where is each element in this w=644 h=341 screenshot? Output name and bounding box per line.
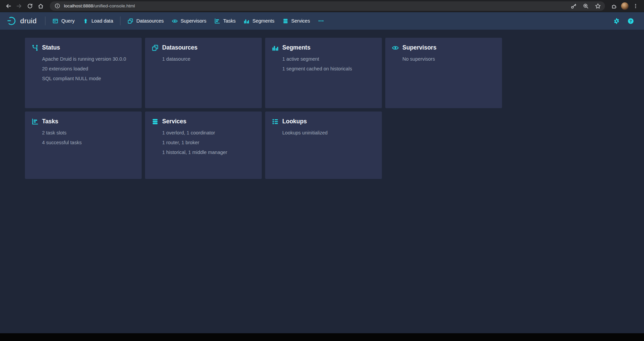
nav-item-tasks[interactable]: Tasks (210, 15, 240, 27)
site-info-button[interactable] (54, 3, 61, 9)
address-bar[interactable]: localhost:8888/unified-console.html (50, 1, 605, 11)
navbar-right: ? (611, 16, 637, 26)
segments-line: 1 active segment (282, 56, 375, 62)
grouped-bar-chart-icon (244, 18, 249, 24)
druid-brand[interactable]: druid (7, 16, 42, 26)
back-arrow-icon (5, 3, 11, 9)
nav-item-supervisors[interactable]: Supervisors (168, 15, 211, 27)
segments-line: 1 segment cached on historicals (282, 66, 375, 72)
profile-avatar[interactable] (621, 2, 629, 10)
status-line: SQL compliant NULL mode (42, 76, 135, 82)
supervisors-card[interactable]: Supervisors No supervisors (385, 38, 502, 108)
browser-toolbar: localhost:8888/unified-console.html (0, 0, 644, 12)
gear-icon (613, 18, 620, 24)
database-icon (152, 118, 158, 125)
help-icon: ? (628, 18, 634, 24)
more-ellipsis-icon (318, 18, 324, 24)
url-text: localhost:8888/unified-console.html (64, 3, 135, 8)
home-cards-grid: Status Apache Druid is running version 3… (25, 38, 644, 179)
nav-item-query[interactable]: Query (48, 15, 79, 27)
eye-icon (172, 18, 178, 24)
nav-item-segments[interactable]: Segments (240, 15, 278, 27)
forward-arrow-icon (16, 3, 22, 9)
home-icon (38, 3, 44, 9)
supervisors-line: No supervisors (402, 56, 495, 62)
services-card[interactable]: Services 1 overlord, 1 coordinator 1 rou… (145, 112, 262, 179)
nav-item-label: Services (291, 18, 310, 24)
workbench-icon (52, 18, 58, 24)
gantt-chart-icon (214, 18, 220, 24)
nav-item-label: Datasources (136, 18, 164, 24)
refresh-button[interactable] (25, 1, 35, 11)
fork-icon (32, 44, 38, 51)
nav-item-label: Tasks (223, 18, 236, 24)
kebab-menu-icon (633, 3, 638, 9)
bottom-strip (0, 333, 644, 341)
home-view: Status Apache Druid is running version 3… (0, 30, 644, 333)
nav-item-load-data[interactable]: Load data (79, 15, 117, 27)
services-line: 1 router, 1 broker (162, 140, 255, 146)
gantt-chart-icon (32, 118, 38, 125)
url-host: localhost:8888 (64, 3, 93, 8)
status-line: 20 extensions loaded (42, 66, 135, 72)
brand-wordmark: druid (20, 17, 37, 25)
refresh-icon (27, 3, 33, 9)
nav-item-services[interactable]: Services (279, 15, 314, 27)
datasources-line: 1 datasource (162, 56, 255, 62)
nav-item-label: Query (61, 18, 75, 24)
star-icon (595, 3, 601, 9)
card-title: Status (42, 44, 60, 51)
card-title: Lookups (282, 118, 307, 125)
tasks-line: 2 task slots (42, 130, 135, 136)
help-button[interactable]: ? (625, 16, 636, 26)
druid-navbar: druid Query Load data Datasources (0, 12, 644, 30)
eye-icon (392, 44, 399, 51)
forward-button[interactable] (14, 1, 24, 11)
svg-text:?: ? (630, 19, 632, 23)
nav-item-more[interactable] (314, 15, 328, 27)
zoom-in-icon (583, 3, 589, 9)
zoom-button[interactable] (581, 2, 590, 10)
tasks-card[interactable]: Tasks 2 task slots 4 successful tasks (25, 112, 142, 179)
datasources-icon (128, 18, 133, 24)
url-path: /unified-console.html (93, 3, 135, 8)
datasources-icon (152, 44, 158, 51)
settings-button[interactable] (611, 16, 622, 26)
home-button[interactable] (36, 1, 46, 11)
bookmark-button[interactable] (594, 2, 602, 10)
nav-item-label: Segments (252, 18, 274, 24)
segments-card[interactable]: Segments 1 active segment 1 segment cach… (265, 38, 382, 108)
lookups-card[interactable]: Lookups Lookups uninitialized (265, 112, 382, 179)
card-title: Tasks (42, 118, 58, 125)
nav-item-label: Load data (92, 18, 113, 24)
key-icon (571, 3, 577, 9)
tasks-line: 4 successful tasks (42, 140, 135, 146)
status-card[interactable]: Status Apache Druid is running version 3… (25, 38, 142, 108)
nav-item-label: Supervisors (181, 18, 207, 24)
navbar-divider (45, 17, 45, 25)
card-title: Services (162, 118, 186, 125)
datasources-card[interactable]: Datasources 1 datasource (145, 38, 262, 108)
card-title: Segments (282, 44, 311, 51)
info-icon (55, 3, 60, 9)
card-title: Datasources (162, 44, 198, 51)
password-manager-button[interactable] (569, 2, 578, 10)
nav-item-datasources[interactable]: Datasources (123, 15, 168, 27)
services-line: 1 overlord, 1 coordinator (162, 130, 255, 136)
properties-icon (272, 118, 279, 125)
browser-menu-button[interactable] (631, 1, 641, 11)
grouped-bar-chart-icon (272, 44, 279, 51)
card-title: Supervisors (402, 44, 436, 51)
navbar-divider (120, 17, 120, 25)
lookups-line: Lookups uninitialized (282, 130, 375, 136)
status-line: Apache Druid is running version 30.0.0 (42, 56, 135, 62)
services-line: 1 historical, 1 middle manager (162, 150, 255, 155)
druid-logo-icon (7, 16, 17, 26)
puzzle-icon (611, 3, 617, 9)
extensions-button[interactable] (609, 1, 619, 11)
database-icon (283, 18, 288, 24)
upload-arrow-icon (83, 18, 88, 24)
back-button[interactable] (3, 1, 13, 11)
